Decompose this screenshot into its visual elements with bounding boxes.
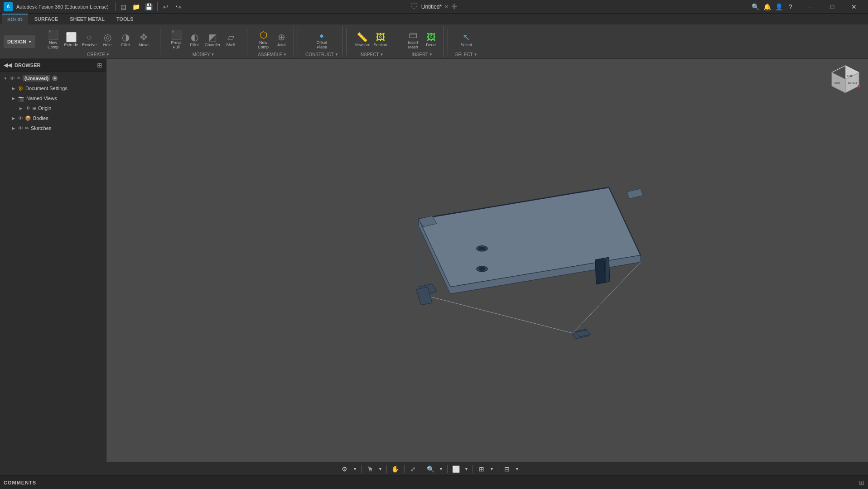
create-label[interactable]: CREATE ▼ xyxy=(87,52,110,57)
ribbon-tabs: SOLID SURFACE SHEET METAL TOOLS xyxy=(0,14,868,24)
section-assemble: ⬡ NewComp ⊕ Joint ASSEMBLE ▼ xyxy=(251,26,294,57)
view-mode-dropdown[interactable]: ▼ xyxy=(463,464,470,474)
section-analysis-btn[interactable]: 🖼 Section xyxy=(372,29,389,51)
svg-point-29 xyxy=(858,85,860,87)
open-button[interactable]: 📁 xyxy=(131,1,142,12)
tree-item-sketches[interactable]: ▶ 👁 ✏ Sketches xyxy=(0,123,106,133)
tree-item-bodies[interactable]: ▶ 👁 📦 Bodies xyxy=(0,113,106,123)
orbit-btn[interactable]: 🖱 xyxy=(364,464,376,474)
explode-btn[interactable]: ⊟ xyxy=(501,464,513,474)
eye-bodies: 👁 xyxy=(18,115,23,121)
help-search[interactable]: 🔍 xyxy=(750,1,761,12)
chamfer-icon: ◩ xyxy=(208,33,217,42)
construct-label[interactable]: CONSTRUCT ▼ xyxy=(305,52,338,57)
new-component-icon: ⬛ xyxy=(48,30,59,39)
shell-btn[interactable]: ▱ Shell xyxy=(222,29,239,51)
ribbon: SOLID SURFACE SHEET METAL TOOLS DESIGN ▼… xyxy=(0,14,868,59)
insert-mesh-btn[interactable]: 🗃 InsertMesh xyxy=(405,29,422,51)
nav-cube[interactable]: TOP LEFT FRONT xyxy=(827,63,863,100)
title-bar-left: A Autodesk Fusion 360 (Education License… xyxy=(4,1,186,12)
assemble-buttons: ⬡ NewComp ⊕ Joint xyxy=(255,26,290,52)
move-icon: ✥ xyxy=(140,33,148,42)
dropdown-arrow: ▼ xyxy=(28,40,32,44)
section-create: ⬛ NewComp ⬜ Extrude ○ Revolve ◎ Hole ◑ xyxy=(41,26,156,57)
display-settings-dropdown[interactable]: ▼ xyxy=(352,464,358,474)
svg-line-24 xyxy=(832,66,845,72)
section-select: ↖ Select SELECT ▼ xyxy=(452,26,481,57)
assemble-label[interactable]: ASSEMBLE ▼ xyxy=(258,52,287,57)
insert-label[interactable]: INSERT ▼ xyxy=(412,52,433,57)
minimize-button[interactable]: ─ xyxy=(800,0,821,14)
close-button[interactable]: ✕ xyxy=(844,0,864,14)
display-settings-btn[interactable]: ⚙ xyxy=(339,464,351,474)
hole-btn[interactable]: ◎ Hole xyxy=(99,29,116,51)
decal-btn[interactable]: 🖼 Decal xyxy=(423,29,440,51)
zoom-btn[interactable]: 🔍 xyxy=(425,464,437,474)
account-icon[interactable]: 👤 xyxy=(773,1,784,12)
select-label[interactable]: SELECT ▼ xyxy=(455,52,477,57)
svg-point-13 xyxy=(478,247,486,250)
svg-text:TOP: TOP xyxy=(847,74,854,77)
browser-tree: ▼ 👁 👁 (Unsaved) ● ▶ ⚙ Document Settings … xyxy=(0,72,106,135)
viewport[interactable]: TOP LEFT FRONT xyxy=(106,59,868,462)
title-bar-right: 🔍 🔔 👤 ? ─ □ ✕ xyxy=(750,0,864,14)
modify-label[interactable]: MODIFY ▼ xyxy=(193,52,215,57)
zoom-dropdown[interactable]: ▼ xyxy=(438,464,444,474)
3d-model-svg xyxy=(373,129,645,382)
offset-plane-icon: ⬥ xyxy=(319,30,324,39)
grid-dropdown[interactable]: ▼ xyxy=(489,464,495,474)
revolve-btn[interactable]: ○ Revolve xyxy=(81,29,98,51)
inspect-label[interactable]: INSPECT ▼ xyxy=(359,52,383,57)
press-pull-btn[interactable]: ⬛ PressPull xyxy=(168,29,185,51)
section-insert: 🗃 InsertMesh 🖼 Decal INSERT ▼ xyxy=(401,26,444,57)
tree-item-unsaved[interactable]: ▼ 👁 👁 (Unsaved) ● xyxy=(0,73,106,83)
design-dropdown[interactable]: DESIGN ▼ xyxy=(4,35,35,48)
tab-solid[interactable]: SOLID xyxy=(2,14,28,24)
measure-btn[interactable]: 📏 Measure xyxy=(354,29,371,51)
fit-btn[interactable]: ⤢ xyxy=(407,464,419,474)
origin-icon: ⊕ xyxy=(32,105,36,111)
pan-btn[interactable]: ✋ xyxy=(390,464,401,474)
tab-sheet-metal[interactable]: SHEET METAL xyxy=(64,14,110,24)
tree-arrow-doc: ▶ xyxy=(11,86,16,91)
offset-plane-btn[interactable]: ⬥ OffsetPlane xyxy=(313,29,330,51)
help-button[interactable]: ? xyxy=(785,1,796,12)
move-btn[interactable]: ✥ Move xyxy=(135,29,152,51)
divider-1 xyxy=(160,28,160,55)
joint-btn[interactable]: ⊕ Joint xyxy=(273,29,290,51)
document-title: Untitled* xyxy=(421,4,442,10)
fillet2-btn[interactable]: ◐ Fillet xyxy=(186,29,203,51)
new-component2-btn[interactable]: ⬡ NewComp xyxy=(255,29,272,51)
svg-marker-7 xyxy=(627,189,643,199)
extrude-btn[interactable]: ⬜ Extrude xyxy=(63,29,80,51)
grid-display-btn[interactable]: ⊞ xyxy=(476,464,487,474)
maximize-button[interactable]: □ xyxy=(822,0,843,14)
view-mode-btn[interactable]: ⬜ xyxy=(450,464,462,474)
notification-bell[interactable]: 🔔 xyxy=(762,1,772,12)
tree-item-document-settings[interactable]: ▶ ⚙ Document Settings xyxy=(0,83,106,93)
browser-expand-btn[interactable]: ⊞ xyxy=(97,62,102,69)
tab-tools[interactable]: TOOLS xyxy=(111,14,139,24)
tree-item-named-views[interactable]: ▶ 📷 Named Views xyxy=(0,93,106,103)
tab-surface[interactable]: SURFACE xyxy=(29,14,64,24)
save-button[interactable]: 💾 xyxy=(144,1,154,12)
tree-arrow-bodies: ▶ xyxy=(11,115,16,121)
measure-icon: 📏 xyxy=(357,33,368,42)
unsaved-label: (Unsaved) xyxy=(23,75,50,82)
new-button[interactable]: ▤ xyxy=(118,1,129,12)
comments-expand-btn[interactable]: ⊞ xyxy=(859,479,864,486)
fillet-btn[interactable]: ◑ Fillet xyxy=(117,29,134,51)
browser-collapse-btn[interactable]: ◀◀ xyxy=(4,62,12,68)
undo-button[interactable]: ↩ xyxy=(160,1,171,12)
explode-dropdown[interactable]: ▼ xyxy=(514,464,521,474)
select-tool-btn[interactable]: ↖ Select xyxy=(458,29,475,51)
new-component-btn[interactable]: ⬛ NewComp xyxy=(44,29,62,51)
chamfer-btn[interactable]: ◩ Chamfer xyxy=(204,29,221,51)
redo-button[interactable]: ↪ xyxy=(173,1,184,12)
sep2 xyxy=(386,465,387,473)
bodies-label: Bodies xyxy=(33,115,48,121)
insert-buttons: 🗃 InsertMesh 🖼 Decal xyxy=(405,26,440,52)
app-logo-icon: A xyxy=(4,2,13,11)
orbit-dropdown[interactable]: ▼ xyxy=(377,464,384,474)
tree-item-origin[interactable]: ▶ 👁 ⊕ Origin xyxy=(0,103,106,113)
